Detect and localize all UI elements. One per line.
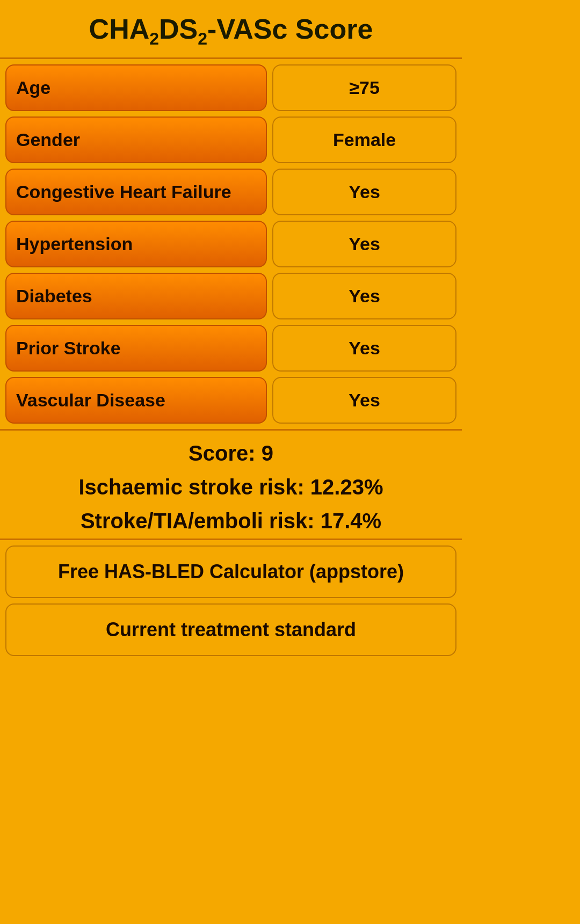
gender-label: Gender (16, 129, 80, 150)
age-value: ≥75 (349, 77, 379, 98)
vascular-disease-label: Vascular Disease (16, 390, 165, 411)
app-title: CHA2DS2-VASc Score (5, 13, 456, 49)
app-container: CHA2DS2-VASc Score Age ≥75 Gender Female… (0, 0, 462, 924)
prior-stroke-label-cell[interactable]: Prior Stroke (5, 325, 267, 372)
age-label: Age (16, 77, 50, 98)
chf-value-cell[interactable]: Yes (272, 169, 456, 215)
score-rows-container: Age ≥75 Gender Female Congestive Heart F… (0, 59, 462, 429)
stroke-risk: Stroke/TIA/emboli risk: 17.4% (81, 509, 381, 533)
hypertension-value-cell[interactable]: Yes (272, 221, 456, 267)
prior-stroke-value-cell[interactable]: Yes (272, 325, 456, 372)
vascular-disease-row: Vascular Disease Yes (5, 377, 456, 424)
diabetes-label-cell[interactable]: Diabetes (5, 273, 267, 319)
treatment-button[interactable]: Current treatment standard (5, 603, 456, 656)
ischaemic-risk: Ischaemic stroke risk: 12.23% (78, 475, 383, 499)
vascular-disease-value: Yes (349, 390, 380, 411)
age-value-cell[interactable]: ≥75 (272, 64, 456, 111)
hypertension-label: Hypertension (16, 234, 133, 254)
gender-row: Gender Female (5, 117, 456, 163)
chf-row: Congestive Heart Failure Yes (5, 169, 456, 215)
age-label-cell[interactable]: Age (5, 64, 267, 111)
treatment-label: Current treatment standard (106, 619, 356, 641)
gender-value-cell[interactable]: Female (272, 117, 456, 163)
hypertension-row: Hypertension Yes (5, 221, 456, 267)
action-buttons-container: Free HAS-BLED Calculator (appstore) Curr… (0, 540, 462, 665)
gender-label-cell[interactable]: Gender (5, 117, 267, 163)
has-bled-label: Free HAS-BLED Calculator (appstore) (58, 561, 404, 583)
prior-stroke-value: Yes (349, 338, 380, 359)
diabetes-value-cell[interactable]: Yes (272, 273, 456, 319)
chf-value: Yes (349, 181, 380, 202)
diabetes-row: Diabetes Yes (5, 273, 456, 319)
title-bar: CHA2DS2-VASc Score (0, 0, 462, 57)
prior-stroke-label: Prior Stroke (16, 338, 121, 359)
vascular-disease-value-cell[interactable]: Yes (272, 377, 456, 424)
chf-label: Congestive Heart Failure (16, 181, 231, 202)
diabetes-label: Diabetes (16, 286, 92, 307)
hypertension-value: Yes (349, 234, 380, 254)
results-section: Score: 9 Ischaemic stroke risk: 12.23% S… (0, 431, 462, 539)
has-bled-button[interactable]: Free HAS-BLED Calculator (appstore) (5, 545, 456, 598)
vascular-disease-label-cell[interactable]: Vascular Disease (5, 377, 267, 424)
chf-label-cell[interactable]: Congestive Heart Failure (5, 169, 267, 215)
gender-value: Female (333, 129, 396, 150)
hypertension-label-cell[interactable]: Hypertension (5, 221, 267, 267)
diabetes-value: Yes (349, 286, 380, 307)
age-row: Age ≥75 (5, 64, 456, 111)
score-label: Score: 9 (189, 441, 273, 465)
prior-stroke-row: Prior Stroke Yes (5, 325, 456, 372)
